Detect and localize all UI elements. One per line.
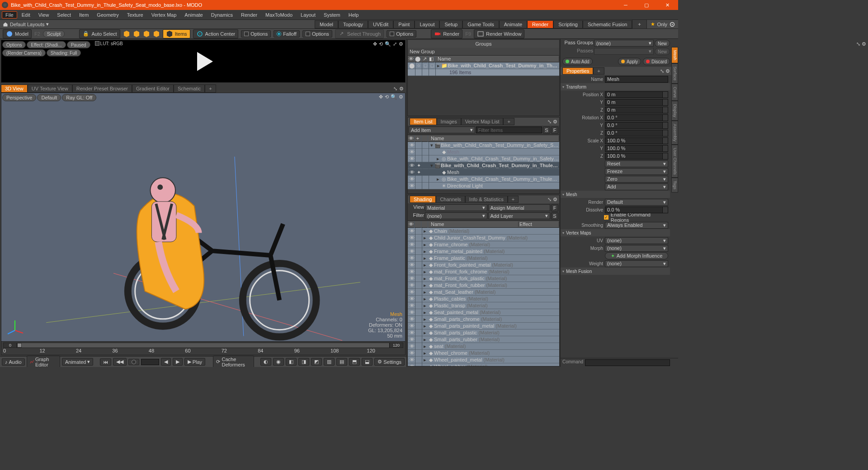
cube1-icon[interactable] <box>123 30 130 38</box>
render-dropdown[interactable]: Default▾ <box>605 199 668 206</box>
material-row[interactable]: 👁▸◆Seat_painted_metal (Material) <box>408 309 559 316</box>
menu-system[interactable]: System <box>320 11 344 19</box>
material-row[interactable]: 👁▸◆mat_Front_fork_chrome (Material) <box>408 268 559 275</box>
material-row[interactable]: 👁▸◆Small_parts_plastic (Material) <box>408 329 559 336</box>
passes-dropdown[interactable]: ▾ <box>594 48 654 55</box>
item-row[interactable]: 👁▾🎬Bike_with_Child_Crash_Test_Dummy_in_S… <box>408 142 559 149</box>
pos-y-field[interactable]: 0 m <box>605 99 668 106</box>
f-button[interactable]: F <box>551 204 558 212</box>
options1-button[interactable]: Options <box>241 30 271 38</box>
fusion-section[interactable]: Mesh Fusion <box>561 268 670 275</box>
3d-viewport[interactable]: Perspective Default Ray GL: Off ✥ ⟲ 🔍 ⚙ <box>1 93 406 355</box>
zero-dropdown[interactable]: Zero▾ <box>605 176 668 183</box>
material-row[interactable]: 👁▸◆Wheel_painted_metal (Material) <box>408 357 559 363</box>
tab-channels[interactable]: Channels <box>436 196 465 203</box>
material-row[interactable]: 👁▸◆mat_Seat_leather (Material) <box>408 289 559 296</box>
material-row[interactable]: 👁▸◆Small_parts_chrome (Material) <box>408 316 559 323</box>
play-fwd-button[interactable]: ▶ <box>173 358 183 366</box>
new-pass-button[interactable]: New <box>655 48 670 55</box>
discard-button[interactable]: Discard <box>643 58 670 65</box>
render-button[interactable]: Render <box>431 29 462 38</box>
cube4-icon[interactable] <box>153 30 160 38</box>
menu-layout[interactable]: Layout <box>297 11 319 19</box>
freeze-dropdown[interactable]: Freeze▾ <box>605 168 668 175</box>
lut-checkbox[interactable] <box>95 41 99 46</box>
material-row[interactable]: 👁▸◆Chain (Material) <box>408 228 559 235</box>
tab-images[interactable]: Images <box>437 118 461 125</box>
gear-icon[interactable]: ⚙ <box>399 86 404 92</box>
settings-button[interactable]: ⚙ Settings <box>374 358 405 366</box>
passgroups-dropdown[interactable]: (none)▾ <box>594 40 654 47</box>
gear-icon[interactable]: ⤡ ⚙ <box>547 197 557 202</box>
zoom-icon[interactable]: 🔍 <box>385 41 391 47</box>
item-row[interactable]: 👁✦◆Mesh <box>408 169 559 176</box>
icon-btn-6[interactable]: ▥ <box>324 358 335 366</box>
tab-render[interactable]: Render <box>527 20 553 28</box>
action-center-button[interactable]: Action Center <box>193 29 239 38</box>
maximize-button[interactable]: ▢ <box>637 0 656 10</box>
group-row[interactable]: ⬤○□□ ▸ 📁 Bike_with_Child_Crash_Test_Dumm… <box>408 62 559 69</box>
weight-dropdown[interactable]: (none)▾ <box>605 260 668 267</box>
tab-layout[interactable]: Layout <box>415 20 439 28</box>
menu-dynamics[interactable]: Dynamics <box>208 11 236 19</box>
graph-editor-button[interactable]: Graph Editor <box>27 356 60 367</box>
maximize-icon[interactable]: ⤢ <box>393 41 397 47</box>
play-back-button[interactable]: ◀ <box>161 358 171 366</box>
timeline[interactable]: 0 120 01224364860728496108120 <box>1 341 405 355</box>
vtab-gradient[interactable]: Gradient Editor <box>132 85 174 93</box>
move-icon[interactable]: ✥ <box>373 41 377 47</box>
item-row[interactable]: 👁☀Directional Light <box>408 183 559 189</box>
tab-topology[interactable]: Topology <box>338 20 368 28</box>
icon-btn-4[interactable]: ◨ <box>298 358 309 366</box>
mesh-section[interactable]: Mesh <box>561 191 670 198</box>
material-row[interactable]: 👁▸◆Wheel_rubber (Material) <box>408 363 559 366</box>
icon-btn-2[interactable]: ◉ <box>273 358 284 366</box>
layout-picker[interactable]: Default Layouts ▾ <box>3 21 49 27</box>
vtab-mesh[interactable]: Mesh <box>671 47 678 63</box>
model-mode-button[interactable]: Model <box>3 29 32 38</box>
tab-properties[interactable]: Properties <box>562 67 593 75</box>
menu-item[interactable]: Item <box>75 11 92 19</box>
material-row[interactable]: 👁▸◆Wheel_chrome (Material) <box>408 350 559 357</box>
new-group-button[interactable]: New Group <box>410 49 435 54</box>
command-input[interactable] <box>585 359 670 366</box>
rot-y-field[interactable]: 0.0 ° <box>605 122 668 129</box>
add-dropdown[interactable]: Add▾ <box>605 183 668 190</box>
key-toggle[interactable] <box>128 359 139 365</box>
frame-field[interactable] <box>141 359 159 365</box>
vtab-display[interactable]: Display <box>671 101 678 121</box>
pos-x-field[interactable]: 0 m <box>605 91 668 98</box>
vtab-uvtexture[interactable]: UV Texture View <box>28 85 72 93</box>
tab-vertexmaplist[interactable]: Vertex Map List <box>461 118 504 125</box>
assign-material-dropdown[interactable]: Assign Material <box>488 204 551 211</box>
apply-button[interactable]: Apply <box>618 58 641 65</box>
rotate-icon[interactable]: ⟲ <box>379 41 383 47</box>
options3-button[interactable]: Options <box>387 30 416 38</box>
close-button[interactable]: ✕ <box>658 0 676 10</box>
cube2-icon[interactable] <box>133 30 140 38</box>
uv-dropdown[interactable]: (none)▾ <box>605 237 668 244</box>
timeline-start[interactable]: 0 <box>4 343 17 348</box>
vtab-3dview[interactable]: 3D View <box>1 85 28 93</box>
tab-model[interactable]: Model <box>315 20 338 28</box>
timeline-playhead[interactable] <box>17 343 22 348</box>
rot-z-field[interactable]: 0.0 ° <box>605 130 668 136</box>
col2[interactable]: ⬤ <box>415 56 421 62</box>
material-row[interactable]: 👁▸◆Frame_chrome (Material) <box>408 241 559 248</box>
col3[interactable]: ↗ <box>421 56 428 62</box>
vtab-renderpreset[interactable]: Render Preset Browser <box>72 85 132 93</box>
add-morph-button[interactable]: ✦Add Morph Influence <box>605 252 668 259</box>
render-preview[interactable]: Options Effect: (Shadi... Paused LUT: sR… <box>1 40 406 83</box>
material-row[interactable]: 👁▸◆Frame_metal_painted (Material) <box>408 248 559 255</box>
f-button[interactable]: F <box>551 127 558 134</box>
timeline-end[interactable]: 120 <box>389 343 403 348</box>
tab-paint[interactable]: Paint <box>393 20 415 28</box>
morph-dropdown[interactable]: (none)▾ <box>605 245 668 252</box>
tab-add[interactable]: ＋ <box>632 19 647 29</box>
icon-btn-9[interactable]: ⬓ <box>362 358 373 366</box>
material-row[interactable]: 👁▸◆Small_parts_painted_metal (Material) <box>408 323 559 329</box>
menu-render[interactable]: Render <box>237 11 261 19</box>
falloff-button[interactable]: Falloff <box>274 30 300 38</box>
smoothing-dropdown[interactable]: Always Enabled▾ <box>605 222 668 229</box>
tab-schematicfusion[interactable]: Schematic Fusion <box>583 20 632 28</box>
